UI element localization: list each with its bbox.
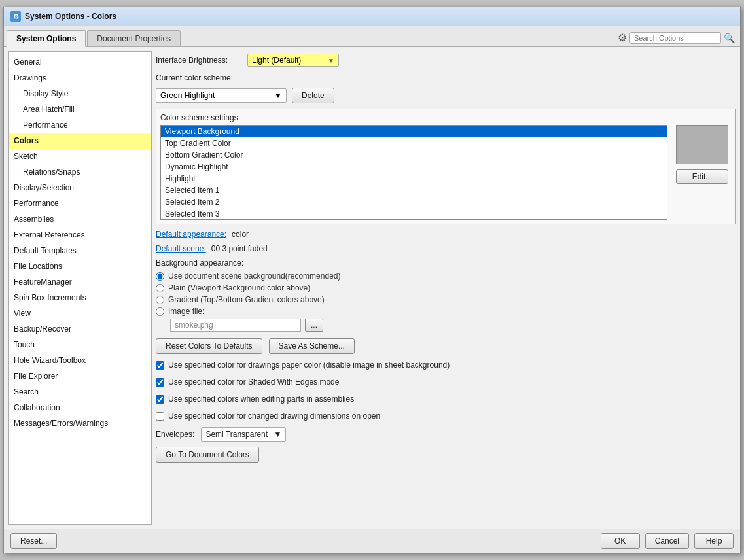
color-scheme-settings-box: Color scheme settings Viewport Backgroun…	[156, 109, 736, 224]
default-appearance-link[interactable]: Default appearance:	[156, 230, 226, 239]
envelopes-row: Envelopes: Semi Transparent ▼	[156, 427, 736, 442]
image-file-input[interactable]	[170, 319, 301, 332]
delete-button[interactable]: Delete	[292, 88, 334, 103]
radio-gradient-label: Gradient (Top/Bottom Gradient colors abo…	[168, 295, 325, 304]
scheme-dropdown-arrow-icon: ▼	[274, 91, 282, 100]
bottom-bar: Reset... OK Cancel Help	[4, 529, 740, 553]
color-scheme-dropdown[interactable]: Green Highlight ▼	[156, 88, 287, 103]
color-list-item-selected1[interactable]: Selected Item 1	[161, 184, 667, 196]
sidebar-item-default-templates[interactable]: Default Templates	[9, 243, 151, 258]
dropdown-arrow-icon: ▼	[328, 57, 334, 64]
window-icon: ⚙	[10, 11, 21, 22]
interface-brightness-dropdown[interactable]: Light (Default) ▼	[247, 54, 339, 67]
edit-button[interactable]: Edit...	[676, 169, 728, 184]
color-list: Viewport Background Top Gradient Color B…	[160, 125, 667, 220]
color-list-item-top-gradient[interactable]: Top Gradient Color	[161, 137, 667, 149]
sidebar-item-messages-errors[interactable]: Messages/Errors/Warnings	[9, 415, 151, 431]
sidebar-item-display-selection[interactable]: Display/Selection	[9, 180, 151, 196]
sidebar: General Drawings Display Style Area Hatc…	[8, 51, 152, 525]
sidebar-item-external-references[interactable]: External References	[9, 227, 151, 243]
window-title: System Options - Colors	[25, 12, 116, 21]
sidebar-item-performance2[interactable]: Performance	[9, 196, 151, 211]
help-button[interactable]: Help	[694, 533, 734, 549]
sidebar-item-performance[interactable]: Performance	[9, 117, 151, 133]
main-window: ⚙ System Options - Colors System Options…	[3, 7, 741, 553]
sidebar-item-sketch[interactable]: Sketch	[9, 149, 151, 164]
interface-brightness-label: Interface Brightness:	[156, 56, 241, 65]
reset-colors-button[interactable]: Reset Colors To Defaults	[156, 338, 262, 354]
browse-button[interactable]: ...	[305, 319, 323, 332]
color-list-item-highlight[interactable]: Highlight	[161, 173, 667, 184]
checkbox-row-1: Use specified color for drawings paper c…	[156, 359, 736, 371]
checkbox-editing-parts[interactable]	[156, 395, 164, 404]
sidebar-item-colors[interactable]: Colors	[9, 133, 151, 149]
envelopes-dropdown[interactable]: Semi Transparent ▼	[201, 427, 286, 442]
color-list-item-bottom-gradient[interactable]: Bottom Gradient Color	[161, 149, 667, 161]
sidebar-item-view[interactable]: View	[9, 306, 151, 321]
gear-icon: ⚙	[618, 31, 627, 44]
background-section: Background appearance: Use document scen…	[156, 258, 736, 333]
checkbox-changed-dimensions[interactable]	[156, 412, 164, 421]
reset-button[interactable]: Reset...	[10, 533, 57, 549]
color-list-item-selected3[interactable]: Selected Item 3	[161, 208, 667, 220]
search-icon: 🔍	[724, 33, 735, 43]
search-input[interactable]	[629, 32, 721, 44]
radio-plain-input[interactable]	[156, 284, 164, 292]
sidebar-item-file-explorer[interactable]: File Explorer	[9, 368, 151, 384]
sidebar-item-drawings[interactable]: Drawings	[9, 70, 151, 86]
color-scheme-inner: Viewport Background Top Gradient Color B…	[160, 125, 732, 220]
checkbox-shaded-edges[interactable]	[156, 378, 164, 387]
sidebar-item-search[interactable]: Search	[9, 384, 151, 400]
sidebar-item-general[interactable]: General	[9, 54, 151, 70]
color-list-container: Viewport Background Top Gradient Color B…	[160, 125, 667, 220]
radio-image-file-label: Image file:	[168, 307, 204, 316]
color-scheme-value: Green Highlight	[160, 91, 215, 100]
bottom-right-buttons: OK Cancel Help	[601, 533, 734, 549]
radio-gradient: Gradient (Top/Bottom Gradient colors abo…	[156, 294, 736, 306]
envelopes-value: Semi Transparent	[205, 430, 268, 439]
sidebar-item-hole-wizard[interactable]: Hole Wizard/Toolbox	[9, 353, 151, 368]
color-list-item-dynamic-highlight[interactable]: Dynamic Highlight	[161, 161, 667, 173]
sidebar-item-feature-manager[interactable]: FeatureManager	[9, 274, 151, 290]
radio-use-document-input[interactable]	[156, 272, 164, 281]
sidebar-item-spin-box-increments[interactable]: Spin Box Increments	[9, 290, 151, 306]
radio-gradient-input[interactable]	[156, 296, 164, 304]
tab-document-properties[interactable]: Document Properties	[87, 30, 181, 46]
sidebar-item-area-hatch[interactable]: Area Hatch/Fill	[9, 101, 151, 117]
sidebar-item-file-locations[interactable]: File Locations	[9, 258, 151, 274]
save-as-scheme-button[interactable]: Save As Scheme...	[269, 338, 355, 354]
radio-plain: Plain (Viewport Background color above)	[156, 282, 736, 294]
tab-system-options[interactable]: System Options	[7, 30, 86, 47]
sidebar-item-assemblies[interactable]: Assemblies	[9, 211, 151, 227]
ok-button[interactable]: OK	[601, 533, 640, 549]
current-color-scheme-label: Current color scheme:	[156, 73, 736, 82]
radio-image-file: Image file:	[156, 306, 736, 317]
default-scene-row: Default scene: 00 3 point faded	[156, 244, 736, 253]
go-to-document-colors-button[interactable]: Go To Document Colors	[156, 447, 259, 463]
sidebar-item-backup-recover[interactable]: Backup/Recover	[9, 321, 151, 337]
color-list-item-selected2[interactable]: Selected Item 2	[161, 196, 667, 208]
interface-brightness-row: Interface Brightness: Light (Default) ▼	[156, 54, 736, 67]
sidebar-item-display-style[interactable]: Display Style	[9, 86, 151, 101]
checkbox-drawings-paper[interactable]	[156, 361, 164, 370]
scheme-row: Green Highlight ▼ Delete	[156, 88, 736, 103]
image-file-row: ...	[156, 317, 736, 333]
color-preview-col: Edit...	[673, 125, 732, 220]
color-list-item-viewport-bg[interactable]: Viewport Background	[161, 126, 667, 137]
radio-use-document: Use document scene background(recommende…	[156, 270, 736, 282]
checkbox-drawings-paper-label: Use specified color for drawings paper c…	[168, 360, 450, 370]
radio-image-file-input[interactable]	[156, 307, 164, 316]
background-appearance-label: Background appearance:	[156, 258, 736, 268]
default-scene-link[interactable]: Default scene:	[156, 244, 206, 253]
checkbox-row-3: Use specified colors when editing parts …	[156, 393, 736, 405]
sidebar-item-collaboration[interactable]: Collaboration	[9, 400, 151, 415]
sidebar-item-touch[interactable]: Touch	[9, 337, 151, 353]
main-content: General Drawings Display Style Area Hatc…	[4, 47, 740, 529]
checkbox-changed-dimensions-label: Use specified color for changed drawing …	[168, 411, 380, 421]
action-row: Reset Colors To Defaults Save As Scheme.…	[156, 338, 736, 354]
radio-use-document-label: Use document scene background(recommende…	[168, 271, 340, 281]
checkbox-shaded-edges-label: Use specified color for Shaded With Edge…	[168, 377, 339, 387]
envelopes-dropdown-arrow-icon: ▼	[274, 430, 281, 439]
sidebar-item-relations-snaps[interactable]: Relations/Snaps	[9, 164, 151, 180]
cancel-button[interactable]: Cancel	[645, 533, 689, 549]
